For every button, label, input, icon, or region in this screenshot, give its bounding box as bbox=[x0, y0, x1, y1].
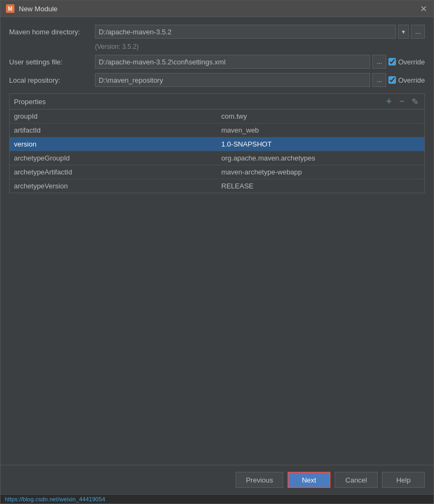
user-settings-label: User settings file: bbox=[9, 58, 95, 66]
local-repo-override-label[interactable]: Override bbox=[388, 76, 425, 84]
dialog-title: New Module bbox=[19, 5, 57, 13]
empty-area bbox=[9, 193, 425, 457]
property-key: groupId bbox=[10, 109, 217, 123]
property-value: maven_web bbox=[217, 123, 425, 137]
maven-home-label: Maven home directory: bbox=[9, 28, 95, 36]
property-key: artifactId bbox=[10, 123, 217, 137]
property-key: archetypeArtifactId bbox=[10, 165, 217, 179]
local-repo-browse-btn[interactable]: ... bbox=[372, 73, 386, 87]
maven-home-dropdown-btn[interactable]: ▼ bbox=[398, 25, 409, 39]
user-settings-input[interactable] bbox=[95, 55, 370, 69]
next-button[interactable]: Next bbox=[288, 472, 330, 488]
user-settings-field-group: ... Override bbox=[95, 55, 425, 69]
table-row[interactable]: groupIdcom.twy bbox=[10, 109, 424, 123]
cancel-button[interactable]: Cancel bbox=[335, 472, 378, 488]
title-bar-left: M New Module bbox=[6, 4, 57, 13]
user-settings-browse-btn[interactable]: ... bbox=[372, 55, 386, 69]
properties-section: Properties + − ✎ groupIdcom.twyartifactI… bbox=[9, 93, 425, 193]
property-value: RELEASE bbox=[217, 179, 425, 193]
local-repo-override-text: Override bbox=[398, 76, 425, 84]
local-repo-input[interactable] bbox=[95, 73, 370, 87]
properties-header: Properties bbox=[14, 98, 46, 106]
property-value: 1.0-SNAPSHOT bbox=[217, 137, 425, 151]
remove-property-btn[interactable]: − bbox=[396, 96, 407, 107]
user-settings-override-label[interactable]: Override bbox=[388, 58, 425, 66]
url-bar: https://blog.csdn.net/weixin_44419054 bbox=[1, 494, 433, 503]
add-property-btn[interactable]: + bbox=[384, 96, 394, 107]
local-repo-field-group: ... Override bbox=[95, 73, 425, 87]
table-row[interactable]: archetypeArtifactIdmaven-archetype-webap… bbox=[10, 165, 424, 179]
local-repo-row: Local repository: ... Override bbox=[9, 73, 425, 87]
app-icon: M bbox=[6, 4, 14, 13]
local-repo-label: Local repository: bbox=[9, 76, 95, 84]
help-button[interactable]: Help bbox=[382, 472, 425, 488]
maven-home-row: Maven home directory: ▼ ... bbox=[9, 25, 425, 39]
table-row[interactable]: artifactIdmaven_web bbox=[10, 123, 424, 137]
property-value: com.twy bbox=[217, 109, 425, 123]
title-bar: M New Module ✕ bbox=[1, 1, 433, 17]
table-row[interactable]: version1.0-SNAPSHOT bbox=[10, 137, 424, 151]
property-key: version bbox=[10, 137, 217, 151]
table-row[interactable]: archetypeVersionRELEASE bbox=[10, 179, 424, 193]
user-settings-row: User settings file: ... Override bbox=[9, 55, 425, 69]
previous-button[interactable]: Previous bbox=[236, 472, 283, 488]
properties-actions: + − ✎ bbox=[384, 96, 420, 107]
user-settings-override-checkbox[interactable] bbox=[388, 58, 396, 65]
new-module-dialog: M New Module ✕ Maven home directory: ▼ .… bbox=[0, 0, 434, 504]
edit-property-btn[interactable]: ✎ bbox=[409, 96, 420, 107]
property-value: maven-archetype-webapp bbox=[217, 165, 425, 179]
user-settings-override-text: Override bbox=[398, 58, 425, 66]
properties-table: groupIdcom.twyartifactIdmaven_webversion… bbox=[10, 109, 424, 193]
maven-home-browse-btn[interactable]: ... bbox=[411, 25, 425, 39]
dialog-content: Maven home directory: ▼ ... (Version: 3.… bbox=[1, 17, 433, 465]
maven-home-input[interactable] bbox=[95, 25, 396, 39]
table-row[interactable]: archetypeGroupIdorg.apache.maven.archety… bbox=[10, 151, 424, 165]
property-key: archetypeVersion bbox=[10, 179, 217, 193]
property-key: archetypeGroupId bbox=[10, 151, 217, 165]
bottom-bar: Previous Next Cancel Help bbox=[1, 465, 433, 494]
maven-home-field-group: ▼ ... bbox=[95, 25, 425, 39]
local-repo-override-checkbox[interactable] bbox=[388, 76, 396, 84]
close-button[interactable]: ✕ bbox=[418, 4, 428, 13]
property-value: org.apache.maven.archetypes bbox=[217, 151, 425, 165]
maven-version-note: (Version: 3.5.2) bbox=[95, 43, 425, 50]
